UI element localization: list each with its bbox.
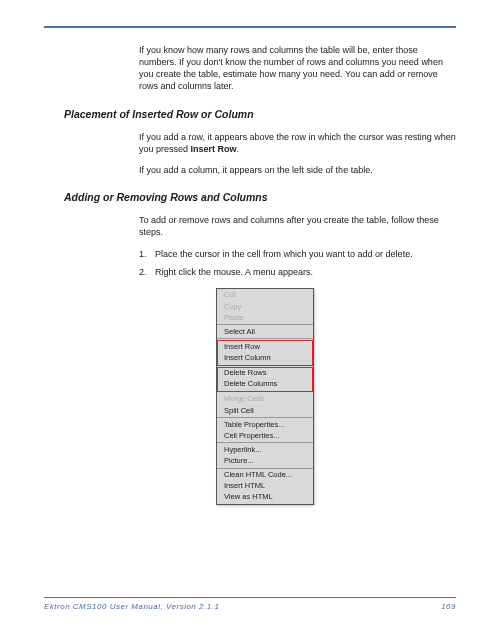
- menu-item-paste[interactable]: Paste: [217, 312, 313, 323]
- step-number: 2.: [139, 266, 155, 278]
- text-run: .: [237, 144, 240, 154]
- context-menu-figure: Cut Copy Paste Select All Insert Row Ins…: [216, 288, 456, 505]
- menu-group-properties: Table Properties... Cell Properties...: [217, 418, 313, 443]
- menu-item-cell-properties[interactable]: Cell Properties...: [217, 430, 313, 441]
- menu-item-copy[interactable]: Copy: [217, 301, 313, 312]
- menu-item-clean-html[interactable]: Clean HTML Code...: [217, 470, 313, 481]
- step-text: Right click the mouse. A menu appears.: [155, 266, 313, 278]
- section-heading-placement: Placement of Inserted Row or Column: [64, 107, 456, 121]
- steps-list: 1. Place the cursor in the cell from whi…: [139, 248, 456, 278]
- menu-item-split-cell[interactable]: Split Cell: [217, 405, 313, 416]
- menu-item-table-properties[interactable]: Table Properties...: [217, 419, 313, 430]
- document-page: If you know how many rows and columns th…: [0, 0, 500, 633]
- section2-intro: To add or remove rows and columns after …: [139, 214, 456, 238]
- menu-group-clipboard: Cut Copy Paste: [217, 289, 313, 325]
- page-number: 169: [441, 602, 456, 611]
- header-rule: [44, 26, 456, 28]
- text-run: If you add a row, it appears above the r…: [139, 132, 456, 154]
- menu-item-view-as-html[interactable]: View as HTML: [217, 492, 313, 503]
- step-number: 1.: [139, 248, 155, 260]
- menu-item-select-all[interactable]: Select All: [217, 326, 313, 337]
- footer-line: Ektron CMS100 User Manual, Version 2.1.1…: [44, 602, 456, 611]
- menu-item-delete-rows[interactable]: Delete Rows: [217, 368, 313, 379]
- menu-item-delete-columns[interactable]: Delete Columns: [217, 379, 313, 390]
- footer-title: Ektron CMS100 User Manual, Version 2.1.1: [44, 602, 219, 611]
- menu-group-html: Clean HTML Code... Insert HTML View as H…: [217, 469, 313, 504]
- section-heading-adding-removing: Adding or Removing Rows and Columns: [64, 190, 456, 204]
- bold-text: Insert Row: [191, 144, 237, 154]
- menu-item-cut[interactable]: Cut: [217, 290, 313, 301]
- menu-group-insert: Insert Row Insert Column: [217, 340, 313, 365]
- step-item: 1. Place the cursor in the cell from whi…: [139, 248, 456, 260]
- menu-group-delete: Delete Rows Delete Columns: [217, 367, 313, 392]
- menu-item-insert-html[interactable]: Insert HTML: [217, 481, 313, 492]
- step-text: Place the cursor in the cell from which …: [155, 248, 413, 260]
- menu-item-merge-cells[interactable]: Merge Cells: [217, 394, 313, 405]
- context-menu: Cut Copy Paste Select All Insert Row Ins…: [216, 288, 314, 505]
- section1-para2: If you add a column, it appears on the l…: [139, 164, 456, 176]
- menu-item-insert-column[interactable]: Insert Column: [217, 353, 313, 364]
- footer-rule: [44, 597, 456, 599]
- menu-item-picture[interactable]: Picture...: [217, 456, 313, 467]
- page-footer: Ektron CMS100 User Manual, Version 2.1.1…: [44, 597, 456, 612]
- intro-paragraph: If you know how many rows and columns th…: [139, 44, 456, 93]
- menu-item-hyperlink[interactable]: Hyperlink...: [217, 444, 313, 455]
- page-content: If you know how many rows and columns th…: [44, 44, 456, 589]
- menu-item-insert-row[interactable]: Insert Row: [217, 341, 313, 352]
- section1-para1: If you add a row, it appears above the r…: [139, 131, 456, 155]
- menu-group-merge: Merge Cells Split Cell: [217, 393, 313, 418]
- menu-group-insert-obj: Hyperlink... Picture...: [217, 443, 313, 468]
- step-item: 2. Right click the mouse. A menu appears…: [139, 266, 456, 278]
- menu-group-select: Select All: [217, 325, 313, 339]
